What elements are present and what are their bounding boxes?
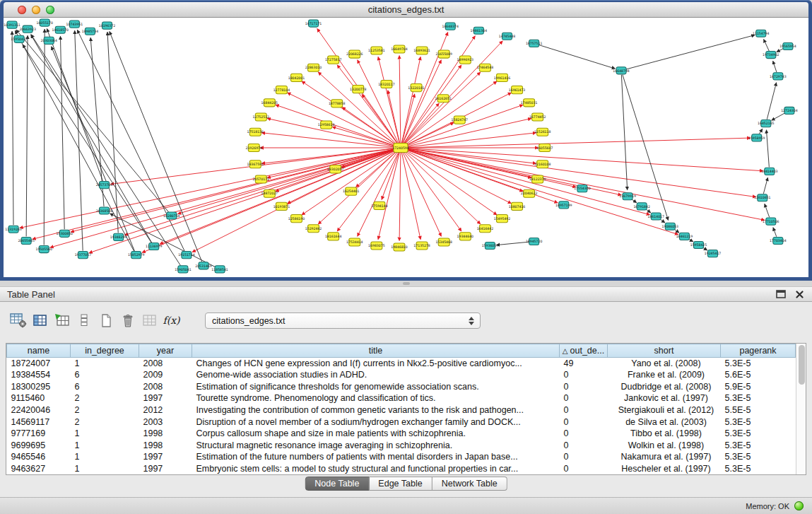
table-cell[interactable]: Tibbo et al. (1998) bbox=[608, 428, 721, 440]
graph-edge[interactable] bbox=[31, 35, 181, 266]
table-cell[interactable]: Jankovic et al. (1997) bbox=[608, 392, 721, 404]
table-cell[interactable]: Dudbridge et al. (2008) bbox=[608, 381, 721, 393]
table-cell[interactable]: 9463627 bbox=[7, 462, 71, 474]
graph-node[interactable]: 16717171 bbox=[305, 20, 322, 27]
table-vertical-scrollbar[interactable] bbox=[796, 344, 806, 474]
graph-node[interactable]: 18122370 bbox=[529, 175, 546, 183]
graph-node[interactable]: 18320117 bbox=[378, 80, 395, 88]
graph-node[interactable]: 11319263 bbox=[5, 226, 22, 233]
graph-node[interactable]: 17464548 bbox=[477, 64, 494, 71]
table-cell[interactable]: Changes of HCN gene expression and I(f) … bbox=[192, 358, 560, 370]
graph-node[interactable]: 19344640 bbox=[457, 233, 474, 240]
table-cell[interactable]: 49 bbox=[560, 358, 608, 370]
graph-node[interactable]: 18957199 bbox=[555, 201, 572, 209]
table-cell[interactable]: Investigating the contribution of common… bbox=[192, 404, 560, 416]
graph-edge[interactable] bbox=[60, 36, 64, 229]
table-cell[interactable]: Stergiakouli et al. (2012) bbox=[608, 404, 721, 416]
table-cell[interactable]: 9115460 bbox=[7, 392, 71, 404]
graph-edge[interactable] bbox=[405, 105, 523, 146]
citation-network-graph[interactable]: 1724059416055607121601081812237022040622… bbox=[4, 18, 808, 277]
table-cell[interactable]: 0 bbox=[560, 381, 608, 393]
graph-node[interactable]: 16461219 bbox=[676, 233, 693, 240]
table-cell[interactable]: Tourette syndrome. Phenomenology and cla… bbox=[192, 392, 560, 404]
graph-node[interactable]: 18985734 bbox=[82, 28, 99, 35]
graph-node[interactable]: 15495492 bbox=[494, 215, 511, 223]
graph-edge[interactable] bbox=[26, 35, 28, 236]
graph-edge[interactable] bbox=[405, 149, 650, 215]
graph-edge[interactable] bbox=[767, 83, 776, 119]
graph-node[interactable]: 15936059 bbox=[482, 242, 499, 249]
rows-icon[interactable] bbox=[73, 310, 95, 330]
column-header-in-degree[interactable]: in_degree bbox=[71, 344, 139, 358]
table-cell[interactable]: 2 bbox=[71, 416, 139, 428]
table-cell[interactable]: 5.3E-5 bbox=[721, 451, 796, 463]
graph-node[interactable]: 19348299 bbox=[110, 233, 127, 240]
graph-node[interactable]: 16893621 bbox=[413, 47, 430, 54]
graph-edge[interactable] bbox=[107, 32, 118, 233]
table-cell[interactable]: 6 bbox=[71, 381, 139, 393]
table-cell[interactable]: 6 bbox=[71, 369, 139, 381]
table-cell[interactable]: Wolkin et al. (1998) bbox=[608, 439, 721, 451]
graph-edge[interactable] bbox=[404, 150, 497, 214]
table-cell[interactable]: 14569117 bbox=[7, 416, 71, 428]
graph-node[interactable]: 18414403 bbox=[761, 168, 778, 175]
graph-edge[interactable] bbox=[405, 138, 751, 148]
table-cell[interactable]: 1 bbox=[71, 358, 139, 370]
graph-node[interactable]: 12958618 bbox=[318, 121, 335, 129]
table-cell[interactable]: de Silva et al. (2003) bbox=[608, 416, 721, 428]
column-header-short[interactable]: short bbox=[608, 344, 721, 358]
table-cell[interactable]: 0 bbox=[560, 369, 608, 381]
graph-node[interactable]: 13220181 bbox=[408, 84, 425, 92]
table-cell[interactable]: Genome-wide association studies in ADHD. bbox=[192, 369, 560, 381]
graph-edge[interactable] bbox=[401, 152, 420, 240]
table-row[interactable]: 946554611997Estimation of the future num… bbox=[7, 451, 796, 463]
table-row[interactable]: 911546021997Tourette syndrome. Phenomeno… bbox=[7, 392, 796, 404]
table-cell[interactable]: 2008 bbox=[139, 381, 192, 393]
graph-edge[interactable] bbox=[759, 129, 763, 134]
table-cell[interactable]: 9699695 bbox=[7, 439, 71, 451]
table-cell[interactable]: 0 bbox=[560, 392, 608, 404]
table-import-icon[interactable] bbox=[51, 310, 73, 330]
graph-edge[interactable] bbox=[52, 47, 135, 251]
graph-edge[interactable] bbox=[15, 30, 134, 251]
graph-node[interactable]: 17518136 bbox=[247, 128, 264, 136]
table-cell[interactable]: 2 bbox=[71, 404, 139, 416]
graph-edge[interactable] bbox=[405, 119, 531, 147]
graph-edge[interactable] bbox=[765, 204, 770, 217]
graph-node[interactable]: 18778858 bbox=[329, 100, 346, 107]
graph-node[interactable]: 17703404 bbox=[770, 237, 787, 244]
graph-node[interactable]: 15824747 bbox=[452, 116, 469, 124]
graph-edge[interactable] bbox=[89, 149, 396, 253]
table-cell[interactable]: 5.3E-5 bbox=[721, 358, 796, 370]
graph-node[interactable]: 19245417 bbox=[705, 250, 722, 257]
graph-node[interactable]: 16791842 bbox=[633, 203, 650, 210]
network-canvas[interactable]: 1724059416055607121601081812237022040622… bbox=[4, 18, 808, 277]
table-cell[interactable]: Franke et al. (2009) bbox=[608, 369, 721, 381]
table-cell[interactable]: 5.6E-5 bbox=[721, 369, 796, 381]
graph-node[interactable]: 16648374 bbox=[442, 23, 459, 30]
graph-edge[interactable] bbox=[276, 105, 396, 146]
table-cell[interactable]: 9777169 bbox=[7, 428, 71, 440]
column-header-out-degree[interactable]: △out_de... bbox=[560, 344, 608, 358]
graph-node[interactable]: 12160108 bbox=[534, 160, 551, 168]
graph-node[interactable]: 17534414 bbox=[346, 238, 363, 246]
graph-edge[interactable] bbox=[402, 152, 441, 237]
graph-node[interactable]: 21655089 bbox=[435, 50, 452, 58]
graph-node[interactable]: 15958959 bbox=[748, 134, 765, 141]
graph-edge[interactable] bbox=[20, 148, 396, 228]
graph-edge[interactable] bbox=[404, 72, 480, 145]
graph-node[interactable]: 16774452 bbox=[529, 113, 546, 121]
table-cell[interactable]: 5.3E-5 bbox=[721, 428, 796, 440]
table-cell[interactable]: 1 bbox=[71, 462, 139, 474]
table-row[interactable]: 1872400712008Changes of HCN gene express… bbox=[7, 358, 796, 370]
graph-node[interactable]: 19734902 bbox=[763, 52, 779, 59]
graph-edge[interactable] bbox=[401, 57, 420, 144]
graph-node[interactable]: 17275837 bbox=[325, 56, 342, 64]
table-cell[interactable]: Nakamura et al. (1997) bbox=[608, 451, 721, 463]
table-selector-dropdown[interactable]: citations_edges.txt bbox=[205, 313, 481, 329]
table-settings-icon[interactable] bbox=[7, 310, 29, 330]
graph-node[interactable]: 19565954 bbox=[779, 42, 796, 49]
table-cell[interactable]: 1997 bbox=[139, 462, 192, 474]
graph-node[interactable]: 10807416 bbox=[509, 202, 526, 210]
table-cell[interactable]: 0 bbox=[560, 404, 608, 416]
